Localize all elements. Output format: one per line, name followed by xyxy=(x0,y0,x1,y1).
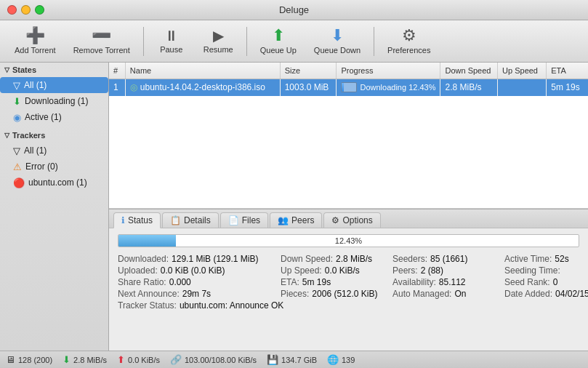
stat-tracker-status: Tracker Status: ubuntu.com: Announce OK xyxy=(118,300,278,311)
tab-options[interactable]: ⚙ Options xyxy=(323,212,380,228)
stat-uploaded: Uploaded: 0.0 KiB (0.0 KiB) xyxy=(118,265,278,276)
resume-label: Resume xyxy=(204,45,233,54)
states-section-header: ▽ States xyxy=(0,63,108,77)
bandwidth-icon: 🔗 xyxy=(170,354,182,365)
preferences-icon: ⚙ xyxy=(402,28,416,44)
cell-size: 1003.0 MiB xyxy=(280,79,337,96)
queue-up-icon: ⬆ xyxy=(272,28,285,44)
status-tab-label: Status xyxy=(128,215,153,225)
queue-down-label: Queue Down xyxy=(314,46,361,55)
toolbar: ➕ Add Torrent ➖ Remove Torrent ⏸ Pause ▶… xyxy=(0,20,588,63)
options-tab-label: Options xyxy=(342,215,372,225)
col-down-speed[interactable]: Down Speed xyxy=(440,63,498,79)
status-bandwidth: 🔗 103.00/108.00 KiB/s xyxy=(170,354,257,365)
queue-up-label: Queue Up xyxy=(260,46,297,55)
stat-next-announce: Next Announce: 29m 7s xyxy=(118,288,278,300)
cell-progress: Downloading 12.43% xyxy=(337,79,440,96)
remove-torrent-button[interactable]: ➖ Remove Torrent xyxy=(66,25,137,57)
sidebar-all-states-label: All (1) xyxy=(24,80,47,90)
disk-icon: 💾 xyxy=(267,354,278,365)
sidebar-ubuntu-label: ubuntu.com (1) xyxy=(28,177,87,188)
toolbar-separator-3 xyxy=(374,27,374,56)
stat-seeders: Seeders: 85 (1661) xyxy=(392,253,502,265)
close-button[interactable] xyxy=(7,5,17,15)
pause-button[interactable]: ⏸ Pause xyxy=(150,25,193,57)
title-bar: Deluge xyxy=(0,0,588,20)
preferences-label: Preferences xyxy=(387,46,430,55)
status-bar: 🖥 128 (200) ⬇ 2.8 MiB/s ⬆ 0.0 KiB/s 🔗 10… xyxy=(0,351,588,368)
sidebar-downloading-label: Downloading (1) xyxy=(25,96,88,106)
bandwidth-value: 103.00/108.00 KiB/s xyxy=(185,356,257,364)
download-progress-label: 12.43% xyxy=(335,236,362,245)
download-progress-bar: 12.43% xyxy=(118,234,579,247)
col-size[interactable]: Size xyxy=(280,63,337,79)
trackers-header-label: Trackers xyxy=(12,131,45,140)
all-states-icon: ▽ xyxy=(13,80,20,91)
sidebar-item-ubuntu[interactable]: 🔴 ubuntu.com (1) xyxy=(0,175,108,191)
sidebar-item-downloading[interactable]: ⬇ Downloading (1) xyxy=(0,93,108,109)
col-eta[interactable]: ETA xyxy=(547,63,588,79)
cell-up-speed xyxy=(498,79,547,96)
status-down-speed: ⬇ 2.8 MiB/s xyxy=(63,354,107,365)
peers-total-icon: 🌐 xyxy=(327,354,339,365)
stat-active-time: Active Time: 52s xyxy=(504,253,588,265)
sidebar-item-error[interactable]: ⚠ Error (0) xyxy=(0,159,108,175)
resume-icon: ▶ xyxy=(213,28,224,43)
status-disk: 💾 134.7 GiB xyxy=(267,354,317,365)
tab-files[interactable]: 📄 Files xyxy=(220,212,268,228)
stat-up-speed: Up Speed: 0.0 KiB/s xyxy=(281,265,390,276)
files-tab-label: Files xyxy=(242,215,260,225)
queue-down-icon: ⬇ xyxy=(331,28,344,44)
maximize-button[interactable] xyxy=(35,5,44,15)
stats-col3: Seeders: 85 (1661) Peers: 2 (88) Availab… xyxy=(392,253,502,311)
stat-seed-rank: Seed Rank: 0 xyxy=(504,276,588,288)
stats-col1: Downloaded: 129.1 MiB (129.1 MiB) Upload… xyxy=(118,253,278,311)
col-progress[interactable]: Progress xyxy=(337,63,440,79)
stat-date-added: Date Added: 04/02/15 15:35:32 xyxy=(504,288,588,300)
options-tab-icon: ⚙ xyxy=(331,215,339,225)
connections-icon: 🖥 xyxy=(6,354,15,365)
content-area: # Name Size Progress Down Speed Up Speed… xyxy=(109,63,588,351)
stats-col2: Down Speed: 2.8 MiB/s Up Speed: 0.0 KiB/… xyxy=(281,253,390,311)
add-torrent-button[interactable]: ➕ Add Torrent xyxy=(7,25,63,57)
resume-button[interactable]: ▶ Resume xyxy=(196,25,241,57)
col-up-speed[interactable]: Up Speed xyxy=(498,63,547,79)
tab-status[interactable]: ℹ Status xyxy=(113,212,161,228)
add-torrent-label: Add Torrent xyxy=(15,46,56,55)
queue-up-button[interactable]: ⬆ Queue Up xyxy=(253,25,304,57)
queue-down-button[interactable]: ⬇ Queue Down xyxy=(307,25,368,57)
sidebar-item-all-trackers[interactable]: ▽ All (1) xyxy=(0,143,108,159)
stat-eta: ETA: 5m 19s xyxy=(281,276,390,288)
toolbar-separator-2 xyxy=(246,27,247,56)
stat-down-speed: Down Speed: 2.8 MiB/s xyxy=(281,253,390,265)
app-title: Deluge xyxy=(279,4,309,15)
minimize-button[interactable] xyxy=(21,5,31,15)
status-connections: 🖥 128 (200) xyxy=(6,354,52,365)
trackers-section-header: ▽ Trackers xyxy=(0,128,108,143)
remove-icon: ➖ xyxy=(92,28,111,44)
down-speed-value: 2.8 MiB/s xyxy=(73,356,107,364)
pause-icon: ⏸ xyxy=(164,28,179,43)
pause-label: Pause xyxy=(160,45,182,54)
error-icon: ⚠ xyxy=(13,161,22,172)
details-tab-label: Details xyxy=(184,215,211,225)
up-speed-icon: ⬆ xyxy=(117,354,125,365)
main-area: ▽ States ▽ All (1) ⬇ Downloading (1) ◉ A… xyxy=(0,63,588,351)
details-tab-icon: 📋 xyxy=(170,215,181,225)
col-num[interactable]: # xyxy=(109,63,125,79)
col-name[interactable]: Name xyxy=(125,63,280,79)
tab-details[interactable]: 📋 Details xyxy=(162,212,219,228)
preferences-button[interactable]: ⚙ Preferences xyxy=(380,25,438,57)
sidebar: ▽ States ▽ All (1) ⬇ Downloading (1) ◉ A… xyxy=(0,63,109,351)
sidebar-error-label: Error (0) xyxy=(25,161,58,172)
tab-peers[interactable]: 👥 Peers xyxy=(270,212,322,228)
stat-downloaded: Downloaded: 129.1 MiB (129.1 MiB) xyxy=(118,253,278,265)
cell-down-speed: 2.8 MiB/s xyxy=(440,79,498,96)
ubuntu-tracker-icon: 🔴 xyxy=(13,177,25,188)
bottom-content: 12.43% Downloaded: 129.1 MiB (129.1 MiB)… xyxy=(109,228,588,351)
sidebar-item-all-states[interactable]: ▽ All (1) xyxy=(0,77,108,93)
sidebar-item-active[interactable]: ◉ Active (1) xyxy=(0,109,108,125)
stat-share-ratio: Share Ratio: 0.000 xyxy=(118,276,278,288)
up-speed-value: 0.0 KiB/s xyxy=(128,356,160,364)
table-row[interactable]: 1 ◎ubuntu-14.04.2-desktop-i386.iso 1003.… xyxy=(109,79,588,96)
